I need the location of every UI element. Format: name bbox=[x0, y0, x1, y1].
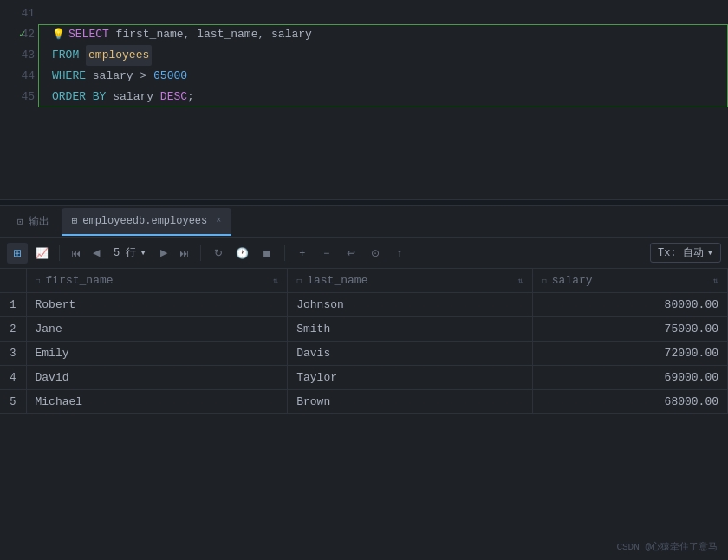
editor-section: 41 42 43 44 45 ✓ 💡 SELECT first_name, la… bbox=[0, 0, 728, 199]
last-page-btn[interactable]: ⏭ bbox=[176, 244, 193, 262]
code-line-41 bbox=[45, 3, 728, 24]
table-row[interactable]: 2JaneSmith75000.00 bbox=[0, 317, 728, 342]
order-keyword: ORDER BY bbox=[52, 87, 106, 107]
cell-salary: 75000.00 bbox=[532, 317, 727, 342]
col-icon-last-name: ☐ bbox=[296, 276, 302, 286]
col-icon-salary: ☐ bbox=[542, 276, 547, 286]
col-header-first-name[interactable]: ☐ first_name ⇅ bbox=[26, 269, 288, 293]
output-tab-icon: ⊡ bbox=[17, 216, 23, 227]
line-number-45: 45 bbox=[0, 87, 35, 107]
toolbar-divider-1 bbox=[59, 245, 60, 261]
tx-chevron: ▾ bbox=[707, 246, 713, 259]
table-tab-close[interactable]: × bbox=[216, 216, 221, 225]
semicolon: ; bbox=[187, 87, 194, 107]
space bbox=[79, 45, 86, 66]
row-num-cell: 4 bbox=[0, 366, 26, 390]
first-page-btn[interactable]: ⏮ bbox=[67, 244, 84, 262]
add-row-btn[interactable]: + bbox=[292, 243, 313, 264]
sort-arrows-salary[interactable]: ⇅ bbox=[713, 276, 718, 286]
history-btn[interactable]: 🕐 bbox=[232, 243, 253, 264]
toolbar: ⊞ 📈 ⏮ ◀ 5 行 ▾ ▶ ⏭ ↻ 🕐 ◼ + − ↩ ⊙ ↑ Tx: 自动… bbox=[0, 238, 728, 269]
copy-btn[interactable]: ⊙ bbox=[365, 243, 386, 264]
where-keyword: WHERE bbox=[52, 66, 86, 87]
tab-bar: ⊡ 输出 ⊞ employeedb.employees × bbox=[0, 206, 728, 238]
order-col: salary bbox=[106, 87, 159, 107]
grid-view-btn[interactable]: ⊞ bbox=[7, 243, 28, 264]
cell-first_name: Robert bbox=[26, 293, 288, 317]
tab-table[interactable]: ⊞ employeedb.employees × bbox=[62, 208, 232, 236]
select-columns: first_name, last_name, salary bbox=[109, 24, 312, 45]
desc-keyword: DESC bbox=[160, 87, 187, 107]
chart-view-btn[interactable]: 📈 bbox=[31, 243, 52, 264]
cell-last_name: Brown bbox=[288, 390, 533, 414]
stop-btn[interactable]: ◼ bbox=[257, 243, 277, 264]
table-row[interactable]: 3EmilyDavis72000.00 bbox=[0, 342, 728, 366]
row-count-label: 5 行 bbox=[114, 245, 136, 260]
tx-dropdown[interactable]: Tx: 自动 ▾ bbox=[650, 243, 721, 263]
cell-first_name: Jane bbox=[26, 317, 288, 342]
cell-first_name: Emily bbox=[26, 342, 288, 366]
sort-arrows-first-name[interactable]: ⇅ bbox=[273, 276, 278, 286]
result-table: ☐ first_name ⇅ ☐ last_name ⇅ bbox=[0, 269, 728, 414]
cell-first_name: David bbox=[26, 366, 288, 390]
line-number-42: 42 bbox=[0, 24, 35, 45]
table-row[interactable]: 5MichaelBrown68000.00 bbox=[0, 390, 728, 414]
cell-last_name: Johnson bbox=[288, 293, 533, 317]
code-line-43: FROM employees bbox=[45, 45, 728, 66]
row-count-chevron: ▾ bbox=[140, 246, 146, 259]
cell-salary: 80000.00 bbox=[532, 293, 727, 317]
refresh-btn[interactable]: ↻ bbox=[208, 243, 229, 264]
col-header-salary[interactable]: ☐ salary ⇅ bbox=[532, 269, 727, 293]
table-tab-icon: ⊞ bbox=[72, 215, 78, 226]
output-panel: ⊡ 输出 ⊞ employeedb.employees × ⊞ 📈 ⏮ ◀ 5 … bbox=[0, 206, 728, 560]
bulb-icon: 💡 bbox=[52, 24, 65, 45]
line-number-43: 43 bbox=[0, 45, 35, 66]
table-container[interactable]: ☐ first_name ⇅ ☐ last_name ⇅ bbox=[0, 269, 728, 560]
toolbar-divider-2 bbox=[200, 245, 201, 261]
col-icon-first-name: ☐ bbox=[36, 276, 41, 286]
where-value: 65000 bbox=[153, 66, 187, 87]
cell-first_name: Michael bbox=[26, 390, 288, 414]
col-header-last-name[interactable]: ☐ last_name ⇅ bbox=[288, 269, 533, 293]
row-num-cell: 3 bbox=[0, 342, 26, 366]
table-name: employees bbox=[86, 45, 152, 66]
next-page-btn[interactable]: ▶ bbox=[155, 244, 172, 262]
prev-page-btn[interactable]: ◀ bbox=[88, 244, 105, 262]
col-label-first-name: first_name bbox=[46, 274, 114, 287]
code-line-44: WHERE salary > 65000 bbox=[45, 66, 728, 87]
tx-label-text: Tx: 自动 bbox=[658, 245, 704, 260]
table-row[interactable]: 4DavidTaylor69000.00 bbox=[0, 366, 728, 390]
select-keyword: SELECT bbox=[68, 24, 109, 45]
row-num-header bbox=[0, 269, 26, 293]
row-num-cell: 5 bbox=[0, 390, 26, 414]
delete-row-btn[interactable]: − bbox=[316, 243, 337, 264]
table-tab-label: employeedb.employees bbox=[82, 215, 207, 227]
output-tab-label: 输出 bbox=[29, 214, 49, 229]
where-column: salary > bbox=[86, 66, 153, 87]
separator bbox=[0, 199, 728, 206]
toolbar-divider-3 bbox=[284, 245, 285, 261]
col-label-salary: salary bbox=[552, 274, 593, 287]
watermark: CSDN @心猿牵住了意马 bbox=[616, 540, 718, 553]
tab-output[interactable]: ⊡ 输出 bbox=[7, 208, 60, 236]
code-line-42: ✓ 💡 SELECT first_name, last_name, salary bbox=[45, 24, 728, 45]
cell-salary: 72000.00 bbox=[532, 342, 727, 366]
export-btn[interactable]: ↑ bbox=[389, 243, 410, 264]
cell-last_name: Taylor bbox=[288, 366, 533, 390]
code-area[interactable]: ✓ 💡 SELECT first_name, last_name, salary… bbox=[45, 0, 728, 107]
table-row[interactable]: 1RobertJohnson80000.00 bbox=[0, 293, 728, 317]
cell-last_name: Smith bbox=[288, 317, 533, 342]
cell-last_name: Davis bbox=[288, 342, 533, 366]
cell-salary: 69000.00 bbox=[532, 366, 727, 390]
row-num-cell: 1 bbox=[0, 293, 26, 317]
revert-btn[interactable]: ↩ bbox=[341, 243, 361, 264]
sort-arrows-last-name[interactable]: ⇅ bbox=[518, 276, 523, 286]
row-num-cell: 2 bbox=[0, 317, 26, 342]
check-mark: ✓ bbox=[19, 24, 25, 45]
col-label-last-name: last_name bbox=[307, 274, 367, 287]
line-number-41: 41 bbox=[0, 3, 35, 24]
line-number-44: 44 bbox=[0, 66, 35, 87]
row-count-display: 5 行 ▾ bbox=[108, 245, 152, 260]
cell-salary: 68000.00 bbox=[532, 390, 727, 414]
code-line-45: ORDER BY salary DESC ; bbox=[45, 87, 728, 107]
